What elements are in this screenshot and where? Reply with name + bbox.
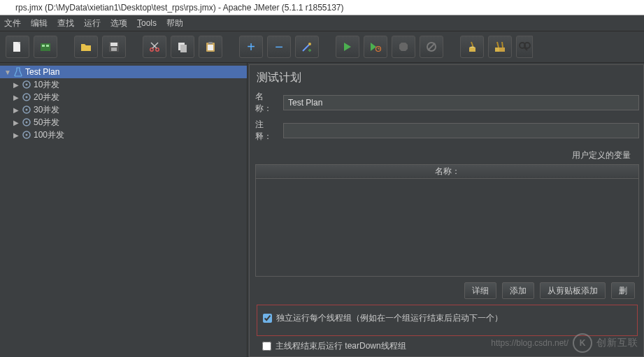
toolbar: + − bbox=[0, 31, 644, 63]
name-row: 名称： bbox=[255, 91, 639, 115]
stop-button[interactable] bbox=[392, 36, 415, 58]
toggle-button[interactable] bbox=[295, 36, 319, 58]
tree-item-20[interactable]: ▶ 20并发 bbox=[0, 91, 247, 103]
vars-col-name: 名称： bbox=[435, 166, 460, 177]
svg-marker-26 bbox=[399, 43, 408, 51]
add-button[interactable]: 添加 bbox=[502, 282, 534, 299]
comment-input[interactable] bbox=[283, 123, 639, 138]
config-panel: 测试计划 名称： 注释： 用户定义的变量 名称： 详细 添加 从剪贴板添加 删 bbox=[248, 63, 644, 357]
tree-item-30[interactable]: ▶ 30并发 bbox=[0, 103, 247, 116]
tree-item-label: 100并发 bbox=[34, 129, 64, 141]
menu-options[interactable]: 选项 bbox=[110, 17, 127, 29]
svg-point-41 bbox=[26, 96, 28, 99]
svg-point-18 bbox=[308, 43, 311, 45]
twisty-down-icon[interactable]: ▼ bbox=[4, 68, 11, 76]
tree-root-label: Test Plan bbox=[25, 67, 59, 77]
menu-search[interactable]: 查找 bbox=[57, 17, 74, 29]
svg-point-45 bbox=[26, 122, 28, 124]
svg-marker-22 bbox=[371, 43, 376, 51]
thread-group-icon bbox=[22, 80, 31, 89]
expand-button[interactable]: + bbox=[239, 36, 263, 58]
run-groups-consecutively-checkbox[interactable] bbox=[263, 314, 272, 323]
vars-button-row: 详细 添加 从剪贴板添加 删 bbox=[255, 277, 639, 305]
teardown-label: 主线程结束后运行 tearDown线程组 bbox=[276, 340, 406, 352]
svg-point-43 bbox=[26, 109, 28, 111]
svg-rect-4 bbox=[46, 45, 49, 47]
svg-line-33 bbox=[497, 42, 499, 48]
twisty-right-icon[interactable]: ▶ bbox=[13, 81, 20, 89]
collapse-button[interactable]: − bbox=[267, 36, 291, 58]
thread-group-icon bbox=[22, 92, 31, 102]
comment-row: 注释： bbox=[255, 119, 639, 143]
paste-button[interactable] bbox=[199, 36, 222, 58]
delete-button[interactable]: 删 bbox=[611, 282, 635, 299]
svg-rect-16 bbox=[208, 45, 213, 50]
twisty-right-icon[interactable]: ▶ bbox=[13, 94, 20, 101]
twisty-right-icon[interactable]: ▶ bbox=[13, 119, 20, 126]
window-title: rps.jmx (D:\MyData\xietian1\Desktop\test… bbox=[15, 3, 344, 13]
add-from-clipboard-button[interactable]: 从剪贴板添加 bbox=[540, 282, 606, 299]
templates-button[interactable] bbox=[34, 36, 57, 58]
detail-button[interactable]: 详细 bbox=[464, 282, 496, 299]
highlighted-checkbox-section: 独立运行每个线程组（例如在一个组运行结束后启动下一个） bbox=[257, 305, 638, 336]
menu-run[interactable]: 运行 bbox=[84, 17, 101, 29]
menubar: 文件 编辑 查找 运行 选项 Tools 帮助 bbox=[0, 15, 644, 31]
run-groups-consecutively-label: 独立运行每个线程组（例如在一个组运行结束后启动下一个） bbox=[276, 312, 503, 324]
test-plan-icon bbox=[13, 67, 23, 77]
name-label: 名称： bbox=[255, 91, 279, 115]
tree-item-100[interactable]: ▶ 100并发 bbox=[0, 129, 247, 141]
tree-item-label: 30并发 bbox=[34, 104, 59, 116]
svg-rect-2 bbox=[41, 43, 50, 51]
thread-group-icon bbox=[22, 130, 31, 140]
run-groups-consecutively-row[interactable]: 独立运行每个线程组（例如在一个组运行结束后启动下一个） bbox=[263, 312, 631, 324]
user-vars-title: 用户定义的变量 bbox=[255, 150, 639, 161]
svg-rect-32 bbox=[499, 48, 505, 52]
svg-rect-15 bbox=[208, 42, 213, 44]
tree-item-label: 20并发 bbox=[34, 92, 59, 103]
svg-rect-7 bbox=[111, 48, 117, 51]
svg-line-34 bbox=[502, 42, 503, 48]
name-input[interactable] bbox=[283, 95, 639, 110]
window-titlebar: rps.jmx (D:\MyData\xietian1\Desktop\test… bbox=[0, 0, 644, 15]
twisty-right-icon[interactable]: ▶ bbox=[13, 131, 20, 139]
svg-marker-21 bbox=[344, 43, 351, 51]
svg-rect-6 bbox=[110, 43, 117, 46]
tree-root-test-plan[interactable]: ▼ Test Plan bbox=[0, 66, 247, 78]
svg-rect-29 bbox=[469, 48, 475, 52]
svg-rect-13 bbox=[180, 45, 187, 52]
vars-table-body[interactable] bbox=[255, 179, 639, 277]
svg-line-28 bbox=[428, 43, 435, 50]
jmeter-app-icon bbox=[3, 3, 13, 13]
vars-table-header: 名称： bbox=[255, 164, 639, 179]
svg-rect-3 bbox=[42, 45, 45, 47]
menu-file[interactable]: 文件 bbox=[4, 17, 21, 29]
save-button[interactable] bbox=[102, 36, 126, 58]
menu-tools[interactable]: Tools bbox=[137, 18, 157, 28]
start-no-timers-button[interactable] bbox=[364, 36, 387, 58]
menu-help[interactable]: 帮助 bbox=[166, 17, 183, 29]
main-body: ▼ Test Plan ▶ 10并发 ▶ 20并发 ▶ 30并发 bbox=[0, 63, 644, 357]
tree-item-label: 10并发 bbox=[34, 79, 59, 91]
tree-item-label: 50并发 bbox=[34, 117, 59, 129]
new-button[interactable] bbox=[6, 36, 29, 58]
teardown-row[interactable]: 主线程结束后运行 tearDown线程组 bbox=[255, 336, 639, 352]
clear-all-button[interactable] bbox=[488, 36, 512, 58]
search-button[interactable] bbox=[516, 36, 533, 58]
tree-item-50[interactable]: ▶ 50并发 bbox=[0, 116, 247, 129]
copy-button[interactable] bbox=[171, 36, 194, 58]
svg-point-39 bbox=[26, 84, 28, 86]
twisty-right-icon[interactable]: ▶ bbox=[13, 106, 20, 114]
thread-group-icon bbox=[22, 105, 31, 115]
teardown-checkbox[interactable] bbox=[262, 342, 271, 351]
start-button[interactable] bbox=[336, 36, 359, 58]
menu-edit[interactable]: 编辑 bbox=[31, 17, 48, 29]
svg-point-47 bbox=[26, 134, 28, 136]
panel-title: 测试计划 bbox=[257, 71, 639, 85]
test-plan-tree[interactable]: ▼ Test Plan ▶ 10并发 ▶ 20并发 ▶ 30并发 bbox=[0, 63, 248, 357]
open-button[interactable] bbox=[74, 36, 98, 58]
shutdown-button[interactable] bbox=[420, 36, 443, 58]
clear-button[interactable] bbox=[460, 36, 484, 58]
comment-label: 注释： bbox=[255, 119, 279, 143]
tree-item-10[interactable]: ▶ 10并发 bbox=[0, 78, 247, 91]
cut-button[interactable] bbox=[143, 36, 166, 58]
